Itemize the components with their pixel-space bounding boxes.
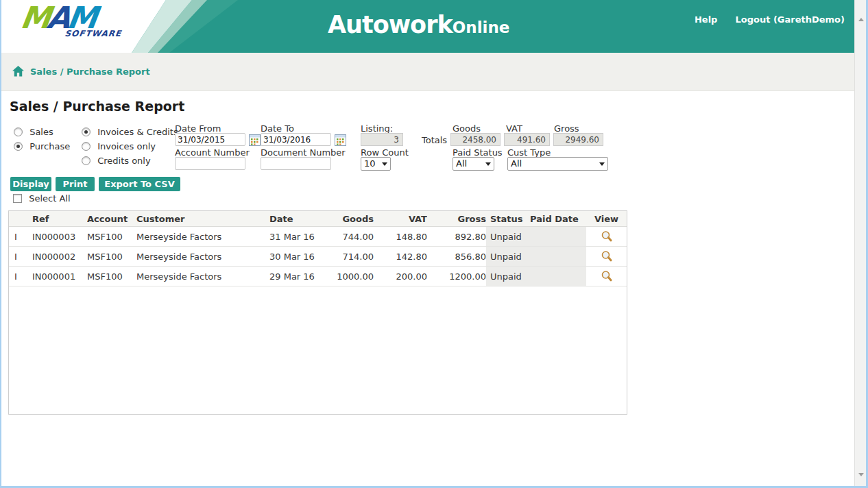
date-from-input[interactable] xyxy=(175,133,245,146)
radio-sales-control[interactable] xyxy=(14,127,23,136)
date-to-input[interactable] xyxy=(261,133,331,146)
table-row: I IN000001 MSF100 Merseyside Factors 29 … xyxy=(9,267,627,286)
row-account: MSF100 xyxy=(87,267,136,286)
paid-status-value: All xyxy=(456,158,467,169)
row-date: 30 Mar 16 xyxy=(269,247,324,266)
display-button[interactable]: Display xyxy=(10,177,51,191)
row-count-label: Row Count xyxy=(361,147,409,158)
chevron-down-icon xyxy=(485,162,491,166)
help-link[interactable]: Help xyxy=(695,14,717,25)
table-row: I IN000002 MSF100 Merseyside Factors 30 … xyxy=(9,247,627,267)
radio-credits-only-label: Credits only xyxy=(97,156,151,166)
app-title: AutoworkOnline xyxy=(328,11,509,38)
magnifier-icon[interactable] xyxy=(601,270,613,282)
row-status: Unpaid xyxy=(486,267,530,286)
table-header-row: Ref Account Customer Date Goods VAT Gros… xyxy=(9,211,627,227)
account-number-input[interactable] xyxy=(175,157,245,170)
breadcrumb[interactable]: Sales / Purchase Report xyxy=(30,66,150,77)
select-all-label: Select All xyxy=(29,193,70,204)
totals-vat-label: VAT xyxy=(506,123,522,134)
radio-invoices-credits-label: Invoices & Credits xyxy=(97,127,178,137)
export-csv-button[interactable]: Export To CSV xyxy=(99,177,180,191)
vertical-scrollbar[interactable] xyxy=(854,0,866,486)
print-button[interactable]: Print xyxy=(56,177,95,191)
select-all-checkbox[interactable] xyxy=(13,194,22,203)
radio-credits-only-control[interactable] xyxy=(82,156,91,165)
row-account: MSF100 xyxy=(87,227,136,246)
row-vat: 148.80 xyxy=(374,227,427,246)
col-header-gross: Gross xyxy=(427,214,486,224)
radio-invoices-credits[interactable]: Invoices & Credits xyxy=(82,126,178,137)
row-account: MSF100 xyxy=(87,247,136,266)
paid-status-label: Paid Status xyxy=(453,147,503,158)
col-header-customer: Customer xyxy=(136,214,269,224)
row-type: I xyxy=(9,267,32,286)
select-all[interactable]: Select All xyxy=(13,193,71,204)
row-date: 31 Mar 16 xyxy=(269,227,324,246)
cust-type-label: Cust Type xyxy=(507,147,551,158)
window-border-left xyxy=(0,0,1,488)
date-from-label: Date From xyxy=(175,123,221,134)
cust-type-value: All xyxy=(511,158,522,169)
row-count-value: 10 xyxy=(364,158,376,169)
home-icon[interactable] xyxy=(12,66,24,79)
magnifier-icon[interactable] xyxy=(601,230,613,243)
radio-purchase[interactable]: Purchase xyxy=(14,141,70,151)
radio-purchase-label: Purchase xyxy=(29,141,70,151)
table-body: I IN000003 MSF100 Merseyside Factors 31 … xyxy=(9,227,627,286)
col-header-status: Status xyxy=(486,214,530,224)
app-header: MAM SOFTWARE AutoworkOnline Help Logout … xyxy=(1,0,854,53)
cust-type-select[interactable]: All xyxy=(507,157,608,171)
radio-invoices-credits-control[interactable] xyxy=(82,127,91,136)
logout-link[interactable]: Logout (GarethDemo) xyxy=(735,14,845,25)
radio-invoices-only-label: Invoices only xyxy=(97,141,156,151)
row-status: Unpaid xyxy=(486,227,530,246)
row-ref: IN000001 xyxy=(32,267,87,286)
col-header-vat: VAT xyxy=(374,214,427,224)
row-goods: 744.00 xyxy=(324,227,374,246)
date-to-calendar-icon[interactable] xyxy=(335,134,346,146)
chevron-down-icon xyxy=(382,162,387,166)
account-number-label: Account Number xyxy=(175,147,250,158)
row-date: 29 Mar 16 xyxy=(269,267,324,286)
row-paid-date xyxy=(530,247,586,266)
row-ref: IN000003 xyxy=(32,227,87,246)
paid-status-select[interactable]: All xyxy=(453,157,494,171)
radio-purchase-control[interactable] xyxy=(14,142,23,151)
date-from-calendar-icon[interactable] xyxy=(249,134,261,146)
radio-sales[interactable]: Sales xyxy=(14,126,53,137)
row-paid-date xyxy=(530,227,586,246)
row-paid-date xyxy=(530,267,586,286)
row-vat: 142.80 xyxy=(374,247,427,266)
totals-gross-label: Gross xyxy=(554,123,579,134)
radio-credits-only[interactable]: Credits only xyxy=(82,155,151,166)
row-gross: 892.80 xyxy=(427,227,486,246)
totals-goods-label: Goods xyxy=(453,123,481,134)
row-customer: Merseyside Factors xyxy=(136,227,269,246)
date-to-label: Date To xyxy=(261,123,294,134)
scroll-up-icon[interactable] xyxy=(855,14,867,25)
scroll-down-icon[interactable] xyxy=(855,469,867,480)
row-gross: 1200.00 xyxy=(427,267,486,286)
mam-software-logo[interactable]: MAM SOFTWARE xyxy=(18,1,126,38)
totals-label: Totals xyxy=(422,135,447,145)
row-customer: Merseyside Factors xyxy=(136,247,269,266)
col-header-goods: Goods xyxy=(324,214,374,224)
row-type: I xyxy=(9,227,32,246)
col-header-ref: Ref xyxy=(32,214,87,224)
document-number-input[interactable] xyxy=(261,157,331,170)
row-ref: IN000002 xyxy=(32,247,87,266)
radio-invoices-only-control[interactable] xyxy=(82,142,91,151)
col-header-paid-date: Paid Date xyxy=(530,214,586,224)
magnifier-icon[interactable] xyxy=(601,250,613,263)
row-customer: Merseyside Factors xyxy=(136,267,269,286)
row-count-select[interactable]: 10 xyxy=(361,157,391,171)
col-header-view: View xyxy=(586,214,627,224)
row-vat: 200.00 xyxy=(374,267,427,286)
row-status: Unpaid xyxy=(486,247,530,266)
listing-value: 3 xyxy=(361,133,403,146)
radio-invoices-only[interactable]: Invoices only xyxy=(82,141,156,151)
totals-vat-value: 491.60 xyxy=(504,133,550,146)
row-goods: 714.00 xyxy=(324,247,374,266)
chevron-down-icon xyxy=(599,162,605,166)
